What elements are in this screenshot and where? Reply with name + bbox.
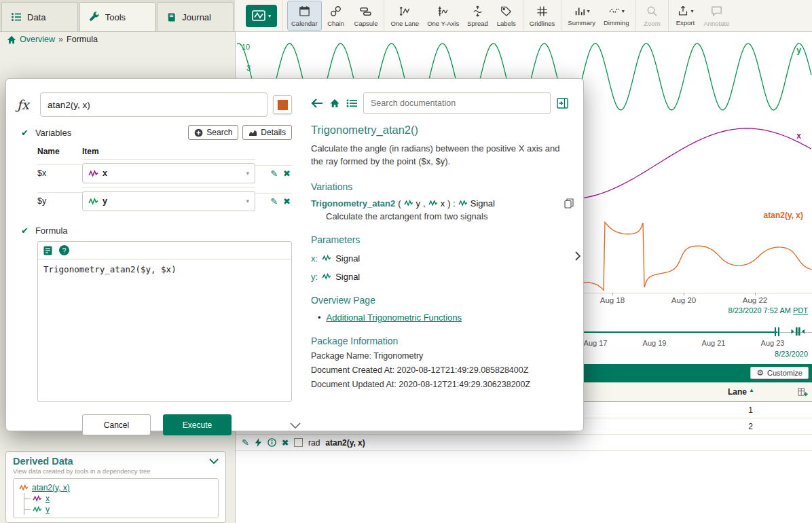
breadcrumb-current: Formula: [67, 35, 98, 44]
back-arrow-icon[interactable]: [311, 98, 323, 108]
chevron-down-icon: ▾: [246, 198, 249, 204]
toolbar-button-spread[interactable]: Spread: [463, 1, 492, 31]
tab-journal-label: Journal: [182, 12, 211, 22]
index-list-icon[interactable]: [346, 98, 357, 108]
tab-tools-label: Tools: [105, 12, 126, 22]
capsule-icon: [359, 5, 372, 18]
edit-pencil-icon[interactable]: ✎: [270, 169, 278, 178]
parameter-row: x: Signal: [311, 253, 576, 264]
dimming-wave-icon: [608, 5, 621, 17]
breadcrumb: Overview » Formula: [7, 35, 98, 44]
variable-item-label: x: [103, 168, 107, 178]
display-range-timestamp[interactable]: 8/23/2020 7:52 AM PDT: [728, 306, 808, 314]
wrench-icon: [89, 12, 100, 22]
variables-search-button[interactable]: Search: [188, 125, 238, 140]
documentation-panel: Trigonometry_atan2() Calculate the angle…: [303, 79, 585, 431]
signal-icon: [458, 200, 468, 206]
help-icon[interactable]: ?: [59, 245, 69, 255]
scrubber-handle[interactable]: [778, 327, 779, 336]
signal-color-swatch: [278, 100, 288, 110]
scrubber-tick: Aug 23: [749, 339, 796, 347]
tree-root-link[interactable]: atan2(y, x): [32, 483, 70, 492]
sort-asc-icon: ▲: [749, 387, 754, 393]
tab-data-label: Data: [27, 12, 45, 22]
scrubber-handle[interactable]: [775, 327, 776, 336]
toolbar-button-one-lane[interactable]: One Lane: [386, 1, 423, 31]
signal-icon: [404, 200, 413, 206]
customize-button[interactable]: ⚙ Customize: [750, 367, 809, 379]
remove-variable-icon[interactable]: ✖: [283, 197, 291, 206]
execute-button[interactable]: Execute: [163, 414, 232, 435]
toolbar-button-labels[interactable]: Labels: [492, 1, 521, 31]
lane-column-header[interactable]: Lane: [728, 387, 747, 397]
trig-functions-link[interactable]: Additional Trigonometric Functions: [327, 312, 462, 323]
table-row[interactable]: ✎ ✖ rad atan2(y, x): [236, 435, 812, 451]
calendar-icon: [298, 5, 311, 18]
x-axis-tick: Aug 20: [660, 296, 707, 304]
formula-editor[interactable]: ? Trigonometry_atan2($y, $x): [37, 241, 292, 402]
display-range-button[interactable]: ▾: [246, 5, 277, 27]
formula-name-input[interactable]: [40, 92, 267, 117]
variable-name: $x: [37, 164, 82, 181]
home-icon[interactable]: [7, 35, 16, 44]
cancel-button[interactable]: Cancel: [82, 414, 151, 435]
tree-node-child[interactable]: y: [24, 504, 213, 515]
derived-data-title: Derived Data: [13, 456, 219, 467]
collapse-panel-icon[interactable]: [557, 98, 568, 109]
toolbar-button-calendar[interactable]: Calendar: [287, 1, 322, 31]
copy-icon[interactable]: [564, 198, 574, 209]
signal-icon: [33, 506, 42, 513]
color-swatch-button[interactable]: [273, 95, 292, 114]
toolbar-button-summary[interactable]: ▾ Summary: [564, 1, 599, 31]
variables-details-button[interactable]: Details: [242, 125, 292, 140]
toolbar-button-export[interactable]: ▾ Export: [671, 1, 699, 31]
x-axis-tick-mark: [612, 293, 613, 295]
toolbar-button-capsule[interactable]: Capsule: [350, 1, 382, 31]
doc-search-input[interactable]: [363, 92, 551, 114]
toolbar-button-gridlines[interactable]: Gridlines: [525, 1, 559, 31]
breadcrumb-overview-link[interactable]: Overview: [20, 35, 55, 44]
remove-signal-icon[interactable]: ✖: [282, 438, 289, 448]
edit-pencil-icon[interactable]: ✎: [242, 438, 249, 447]
snippets-icon[interactable]: [43, 246, 52, 255]
signal-name-cell[interactable]: atan2(y, x): [325, 438, 365, 448]
variable-item-dropdown-y[interactable]: y ▾: [82, 191, 255, 211]
add-column-icon[interactable]: [798, 387, 808, 397]
home-icon[interactable]: [329, 98, 340, 108]
tab-tools[interactable]: Tools: [79, 2, 156, 31]
scrubber-grip-icon[interactable]: [790, 326, 806, 337]
tree-node-child[interactable]: x: [24, 493, 213, 504]
chevron-right-icon[interactable]: [574, 251, 581, 262]
summary-bars-icon: [574, 5, 586, 17]
tree-child-link[interactable]: x: [45, 494, 50, 503]
formula-heading: Formula: [35, 226, 68, 236]
formula-code[interactable]: Trigonometry_atan2($y, $x): [38, 259, 291, 279]
edit-pencil-icon[interactable]: ✎: [270, 197, 278, 206]
data-list-icon: [11, 12, 22, 22]
chevron-down-icon: ▾: [246, 170, 249, 177]
tab-data[interactable]: Data: [1, 2, 78, 31]
collapse-chevron-icon[interactable]: [209, 458, 219, 464]
tree-child-link[interactable]: y: [45, 505, 50, 514]
scrubber-date[interactable]: 8/23/2020: [775, 350, 808, 358]
remove-variable-icon[interactable]: ✖: [283, 169, 291, 178]
chevron-down-icon: ▾: [622, 8, 625, 14]
variation-description: Calculate the arctangent from two signal…: [326, 211, 576, 221]
check-icon: ✔: [21, 128, 29, 138]
bolt-icon[interactable]: [255, 438, 262, 447]
toolbar-button-one-y-axis[interactable]: One Y-Axis: [423, 1, 463, 31]
one-lane-icon: [399, 5, 411, 18]
toolbar-button-zoom[interactable]: Zoom: [638, 1, 666, 31]
unit-cell: rad: [308, 438, 320, 448]
variables-heading: Variables: [35, 128, 71, 138]
toolbar-button-chain[interactable]: Chain: [322, 1, 350, 31]
tab-journal[interactable]: Journal: [157, 2, 234, 31]
tree-node-root[interactable]: atan2(y, x): [19, 482, 213, 493]
collapse-dialog-chevron-icon[interactable]: [290, 422, 301, 429]
variable-item-dropdown-x[interactable]: x ▾: [82, 163, 255, 183]
row-selection-checkbox[interactable]: [294, 438, 303, 447]
info-icon[interactable]: [267, 438, 276, 447]
toolbar-button-annotate[interactable]: Annotate: [699, 1, 733, 31]
parameters-heading: Parameters: [311, 234, 576, 245]
toolbar-button-dimming[interactable]: ▾ Dimming: [599, 1, 633, 31]
